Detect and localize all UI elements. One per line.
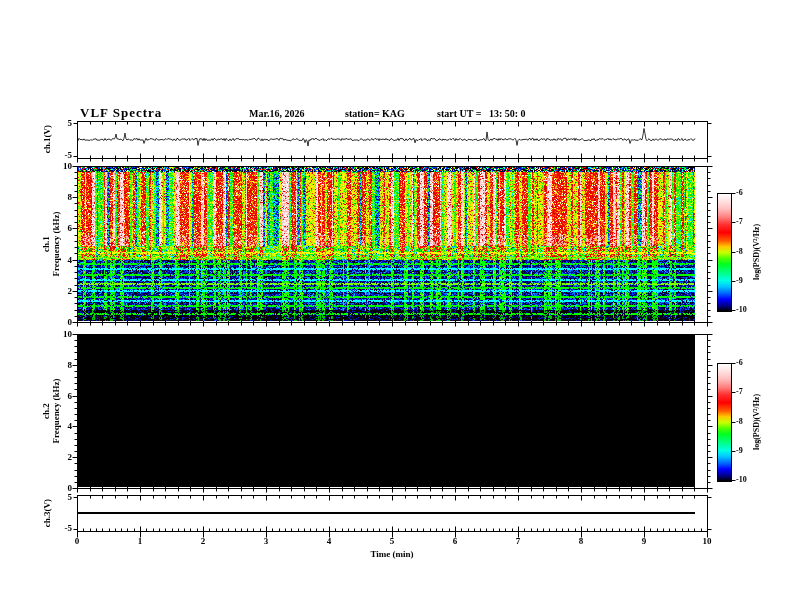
x-tick-label: 3 (264, 536, 269, 546)
x-axis-title: Time (min) (370, 549, 413, 559)
x-tick-label: 2 (201, 536, 206, 546)
volt-tick-label: -5 (52, 523, 72, 533)
colorbar-tick-label: -10 (736, 305, 747, 314)
x-tick-label: 8 (579, 536, 584, 546)
colorbar-tick-label: -9 (736, 446, 743, 455)
freq-tick-label-ch2: 8 (52, 360, 72, 370)
ch1-voltage-axis-label: ch.1(V) (42, 125, 52, 153)
ch1-spectrogram-canvas (78, 167, 695, 321)
x-tick-label: 7 (516, 536, 521, 546)
colorbar-tick-label: -8 (736, 417, 743, 426)
colorbar-tick-label: -10 (736, 475, 747, 484)
ch1-colorbar (717, 193, 732, 312)
ch1-frequency-axis-label: ch.1Frequency (kHz) (41, 211, 61, 276)
freq-tick-label-ch1: 6 (52, 223, 72, 233)
figure-title: VLF Spectra (80, 105, 162, 121)
freq-tick-label-ch2: 10 (52, 329, 72, 339)
vlf-spectra-figure: VLF Spectra Mar.16, 2026 station= KAG st… (0, 0, 792, 612)
freq-tick-label-ch1: 8 (52, 192, 72, 202)
freq-tick-label-ch1: 10 (52, 161, 72, 171)
x-tick-label: 1 (138, 536, 143, 546)
ch1-colorbar-label: log(PSD)(V²/Hz) (752, 224, 761, 280)
colorbar-tick-label: -6 (736, 358, 743, 367)
volt-tick-label: 5 (52, 492, 72, 502)
ch1-label-line1: ch.1 (41, 236, 51, 252)
freq-tick-label-ch2: 4 (52, 421, 72, 431)
freq-tick-label-ch2: 2 (52, 452, 72, 462)
colorbar-tick-label: -7 (736, 387, 743, 396)
date-label: Mar.16, 2026 (249, 108, 304, 119)
x-tick-label: 5 (390, 536, 395, 546)
volt-tick-label: 5 (52, 118, 72, 128)
ch3-voltage-axis-label: ch.3(V) (42, 499, 52, 527)
colorbar-tick-label: -7 (736, 217, 743, 226)
ch2-colorbar-label: log(PSD)(V²/Hz) (752, 394, 761, 450)
colorbar-tick-label: -6 (736, 188, 743, 197)
station-label: station= KAG (345, 108, 405, 119)
freq-tick-label-ch1: 0 (52, 317, 72, 327)
colorbar-tick-label: -9 (736, 276, 743, 285)
freq-tick-label-ch1: 2 (52, 286, 72, 296)
x-tick-label: 10 (703, 536, 712, 546)
ch2-label-line2: Frequency (kHz) (51, 378, 61, 443)
x-tick-label: 0 (75, 536, 80, 546)
ch1-label-line2: Frequency (kHz) (51, 211, 61, 276)
start-ut-label: start UT = 13: 50: 0 (437, 108, 526, 119)
ch2-label-line1: ch.2 (41, 403, 51, 419)
x-tick-label: 6 (453, 536, 458, 546)
ch2-frequency-axis-label: ch.2Frequency (kHz) (41, 378, 61, 443)
x-tick-label: 9 (642, 536, 647, 546)
volt-tick-label: -5 (52, 150, 72, 160)
freq-tick-label-ch2: 6 (52, 391, 72, 401)
x-tick-label: 4 (327, 536, 332, 546)
colorbar-tick-label: -8 (736, 247, 743, 256)
freq-tick-label-ch1: 4 (52, 255, 72, 265)
ch2-colorbar (717, 363, 732, 482)
ch2-spectrogram-canvas (78, 335, 695, 487)
